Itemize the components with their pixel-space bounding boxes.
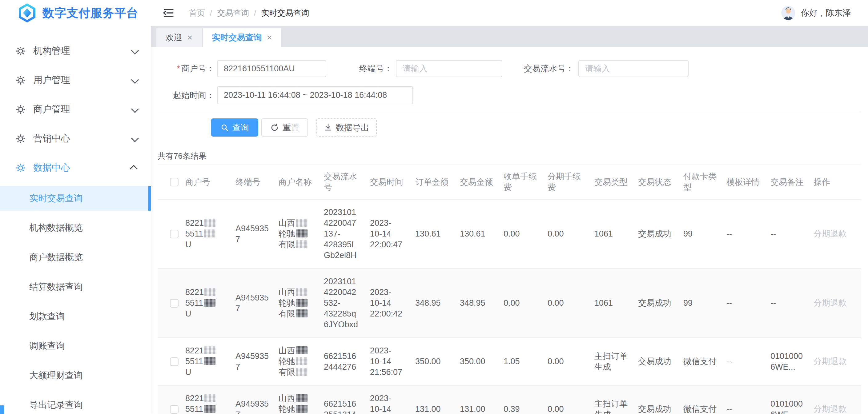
redacted-text	[204, 357, 215, 365]
sidebar-item[interactable]: 实时交易查询	[0, 186, 151, 211]
installment-refund-link[interactable]: 分期退款	[813, 229, 847, 238]
cell-merchant_name: 山西 轮驰 有限	[275, 338, 320, 385]
sidebar-item-label: 商户数据概览	[29, 251, 83, 264]
col-header-1: 终端号	[232, 165, 275, 199]
sidebar-item-label: 机构数据概览	[29, 222, 83, 234]
select-all-checkbox[interactable]	[170, 178, 179, 186]
table-header-row: 商户号终端号商户名称交易流水号交易时间订单金额交易金额收单手续费分期手续费交易类…	[158, 165, 861, 199]
row-checkbox[interactable]	[170, 230, 179, 238]
sidebar-group[interactable]: 机构管理	[0, 36, 151, 66]
breadcrumb: 首页/交易查询/实时交易查询	[189, 8, 309, 19]
cell-txn_time: 2023- 10-14 22:00:47	[366, 199, 411, 269]
tab-label: 欢迎	[165, 32, 182, 43]
redacted-text	[296, 357, 308, 365]
row-checkbox[interactable]	[170, 405, 179, 414]
cell-txn_amount: 131.00	[456, 385, 500, 414]
sidebar-menu: 机构管理 用户管理	[0, 36, 151, 414]
cell-terminal_no: A945935 7	[232, 385, 275, 414]
cell-txn_type: 主扫订单 生成	[591, 338, 634, 385]
col-header-6: 交易金额	[456, 165, 500, 199]
chevron-icon	[131, 46, 139, 54]
col-header-3: 交易流水号	[320, 165, 366, 199]
search-button[interactable]: 查询	[211, 118, 258, 137]
scroll-accent	[0, 405, 4, 414]
chevron-icon	[131, 105, 139, 112]
close-icon[interactable]: ×	[187, 33, 193, 42]
export-button[interactable]: 数据导出	[316, 118, 377, 137]
row-checkbox[interactable]	[170, 357, 179, 366]
sidebar-item-label: 划款查询	[29, 310, 65, 323]
cell-txn_time: 2023- 10-14 22:00:42	[366, 269, 411, 338]
txn-no-input[interactable]	[578, 60, 688, 77]
user-area[interactable]: 你好，陈东泽	[781, 6, 851, 20]
sidebar-item[interactable]: 调账查询	[0, 334, 151, 358]
redacted-text	[204, 230, 215, 237]
sidebar-group[interactable]: 营销中心	[0, 124, 151, 153]
col-header-10: 交易状态	[634, 165, 680, 199]
required-mark: *	[177, 64, 180, 73]
cell-select	[158, 199, 182, 269]
redacted-text	[205, 346, 216, 354]
redacted-text	[296, 394, 308, 402]
cell-terminal_no: A945935 7	[232, 338, 275, 385]
cell-txn_amount: 348.95	[456, 269, 500, 338]
sidebar-collapse-icon[interactable]	[162, 7, 175, 19]
cell-terminal_no: A945935 7	[232, 269, 275, 338]
gear-icon	[16, 75, 26, 85]
cell-card_type: 99	[680, 269, 723, 338]
col-header-8: 分期手续费	[544, 165, 591, 199]
sidebar-group-label: 商户管理	[33, 103, 70, 116]
gear-icon	[16, 163, 26, 173]
sidebar-item[interactable]: 大额理财查询	[0, 363, 151, 388]
sidebar-item[interactable]: 结算数据查询	[0, 275, 151, 299]
cell-acquiring_fee: 0.00	[500, 269, 544, 338]
logo-icon	[18, 3, 36, 23]
breadcrumb-item[interactable]: 实时交易查询	[261, 8, 309, 19]
chevron-icon	[130, 165, 137, 173]
chevron-icon	[131, 76, 139, 83]
installment-refund-link[interactable]: 分期退款	[813, 405, 847, 414]
breadcrumb-item[interactable]: 交易查询	[217, 8, 249, 19]
table-row: 8221 5511 UA945935 7山西 轮驰 有限2023101 4220…	[158, 199, 861, 269]
reset-button[interactable]: 重置	[261, 118, 308, 137]
time-range-input[interactable]	[217, 86, 413, 104]
sidebar-group[interactable]: 用户管理	[0, 66, 151, 95]
sidebar-group-label: 用户管理	[33, 74, 70, 87]
sidebar-group[interactable]: 数据中心	[0, 153, 151, 182]
cell-installment_fee: 0.00	[544, 199, 591, 269]
cell-action: 分期退款	[810, 199, 861, 269]
sidebar-item[interactable]: 划款查询	[0, 304, 151, 329]
row-checkbox[interactable]	[170, 299, 179, 308]
cell-template_detail: --	[723, 338, 767, 385]
cell-txn_time: 2023- 10-14 21:54:55	[366, 385, 411, 414]
merchant-no-input[interactable]	[217, 60, 326, 77]
redacted-text	[204, 299, 215, 307]
close-icon[interactable]: ×	[267, 33, 272, 42]
breadcrumb-separator: /	[254, 8, 256, 18]
redacted-text	[296, 368, 308, 376]
terminal-no-input[interactable]	[396, 60, 502, 77]
sidebar-group[interactable]: 商户管理	[0, 95, 151, 124]
tab[interactable]: 欢迎 ×	[156, 28, 202, 47]
tab[interactable]: 实时交易查询 ×	[203, 28, 282, 47]
cell-action: 分期退款	[810, 269, 861, 338]
sidebar-item-label: 大额理财查询	[29, 369, 83, 382]
sidebar-item[interactable]: 机构数据概览	[0, 216, 151, 240]
breadcrumb-item[interactable]: 首页	[189, 8, 205, 19]
col-header-13: 交易备注	[767, 165, 810, 199]
table-row: 8221 5511 UA945935 7山西 轮驰 有限公司6621516 25…	[158, 385, 861, 414]
redacted-text	[296, 240, 308, 248]
sidebar-item[interactable]: 导出记录查询	[0, 393, 151, 414]
cell-select	[158, 385, 182, 414]
sidebar-item-label: 实时交易查询	[29, 192, 83, 205]
installment-refund-link[interactable]: 分期退款	[813, 357, 847, 366]
col-header-5: 订单金额	[411, 165, 456, 199]
cell-acquiring_fee: 1.05	[500, 338, 544, 385]
cell-merchant_no: 8221 5511 U	[182, 338, 232, 385]
sidebar: 机构管理 用户管理	[0, 26, 151, 414]
cell-merchant_no: 8221 5511 U	[182, 385, 232, 414]
redacted-text	[296, 309, 308, 317]
installment-refund-link[interactable]: 分期退款	[813, 298, 847, 308]
cell-txn_status: 交易成功	[634, 199, 680, 269]
sidebar-item[interactable]: 商户数据概览	[0, 245, 151, 270]
